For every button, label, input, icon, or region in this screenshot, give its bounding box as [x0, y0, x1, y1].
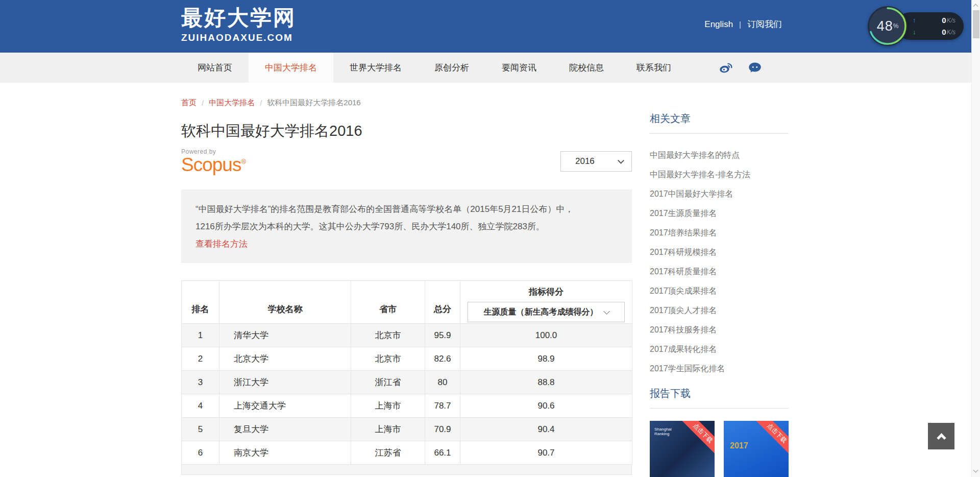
related-articles-list: 中国最好大学排名的特点中国最好大学排名-排名方法2017中国最好大学排名2017…	[650, 151, 789, 373]
nav-item-contact[interactable]: 联系我们	[620, 53, 688, 83]
indicator-dropdown-value: 生源质量（新生高考成绩得分）	[484, 307, 598, 318]
article-column: 软科中国最好大学排名2016 Powered by Scopus® 2016 “…	[181, 108, 632, 477]
subscribe-link[interactable]: 订阅我们	[747, 18, 782, 30]
cell-score: 78.7	[425, 394, 460, 418]
related-article-link[interactable]: 2017科研质量排名	[650, 267, 789, 276]
weibo-icon[interactable]	[717, 60, 733, 76]
nav-item-news[interactable]: 要闻资讯	[485, 53, 553, 83]
net-down-unit: K/s	[947, 29, 955, 36]
cell-indicator: 88.8	[460, 371, 632, 394]
download-ribbon: 点击下载	[752, 421, 789, 458]
cell-rank: 5	[182, 418, 219, 441]
intro-text-line2: 1216所办学层次为本科的大学。这其中公办大学793所、民办大学140所、独立学…	[195, 218, 618, 235]
back-to-top-button[interactable]	[928, 423, 954, 449]
cell-province: 江苏省	[351, 441, 425, 465]
speed-monitor-widget[interactable]: 48 % ↑0K/s↓0K/s	[868, 6, 964, 46]
related-article-link[interactable]: 2017培养结果排名	[650, 228, 789, 237]
scrollbar-thumb[interactable]	[973, 10, 979, 38]
cell-score: 80	[425, 371, 460, 394]
related-article-link[interactable]: 中国最好大学排名的特点	[650, 151, 789, 159]
nav-social-icons	[717, 53, 763, 83]
year-select-value: 2016	[575, 156, 595, 166]
cell-rank: 3	[182, 371, 219, 394]
cell-school: 北京大学	[219, 347, 351, 371]
nav-bar: 网站首页中国大学排名世界大学排名原创分析要闻资讯院校信息联系我们	[0, 53, 980, 83]
download-ribbon: 点击下载	[678, 421, 715, 458]
indicator-dropdown[interactable]: 生源质量（新生高考成绩得分）	[468, 302, 625, 322]
net-down-value: 0	[942, 28, 946, 36]
cell-score: 82.6	[425, 347, 460, 371]
table-row: 4上海交通大学上海市78.790.6	[182, 394, 632, 418]
report-thumb[interactable]: 2017点击下载	[724, 421, 789, 477]
divider	[650, 408, 789, 409]
cell-rank: 6	[182, 441, 219, 465]
nav-item-college-info[interactable]: 院校信息	[553, 53, 620, 83]
scopus-wordmark: Scopus	[181, 154, 241, 175]
nav-item-china-ranking[interactable]: 中国大学排名	[249, 53, 333, 83]
cell-school: 上海交通大学	[219, 394, 351, 418]
related-article-link[interactable]: 2017生源质量排名	[650, 209, 789, 218]
breadcrumb-link[interactable]: 中国大学排名	[209, 98, 255, 108]
related-article-link[interactable]: 2017顶尖人才排名	[650, 306, 789, 315]
brand-logo[interactable]: 最好大学网 ZUIHAODAXUE.COM	[181, 6, 296, 44]
nav-item-analysis[interactable]: 原创分析	[418, 53, 485, 83]
header-link-separator: |	[739, 20, 741, 29]
cell-school: 浙江大学	[219, 371, 351, 394]
related-article-link[interactable]: 2017科研规模排名	[650, 248, 789, 256]
nav-item-world-ranking[interactable]: 世界大学排名	[333, 53, 418, 83]
scopus-logo: Powered by Scopus®	[181, 149, 246, 174]
ranking-table: 排名 学校名称 省市 总分 指标得分 生源质量（新生高考成绩得分）	[181, 280, 632, 465]
cell-school: 南京大学	[219, 441, 351, 465]
content: 软科中国最好大学排名2016 Powered by Scopus® 2016 “…	[181, 108, 789, 477]
cell-score: 95.9	[425, 324, 460, 347]
speed-gauge: 48 %	[868, 6, 908, 46]
related-article-link[interactable]: 2017学生国际化排名	[650, 364, 789, 373]
related-article-link[interactable]: 2017科技服务排名	[650, 325, 789, 334]
page: 最好大学网 ZUIHAODAXUE.COM English | 订阅我们 48 …	[0, 0, 980, 477]
cell-score: 66.1	[425, 441, 460, 465]
report-cover-text: 2017	[730, 441, 748, 450]
scroll-up-arrow[interactable]	[974, 3, 978, 7]
chevron-down-icon	[603, 308, 610, 315]
chevron-down-icon	[618, 157, 624, 164]
scroll-down-arrow[interactable]	[974, 468, 978, 472]
breadcrumb-current: 软科中国最好大学排名2016	[267, 98, 360, 108]
related-article-link[interactable]: 2017中国最好大学排名	[650, 189, 789, 198]
net-up-value: 0	[942, 16, 946, 25]
english-link[interactable]: English	[704, 19, 733, 30]
header-bar: 最好大学网 ZUIHAODAXUE.COM English | 订阅我们	[0, 0, 980, 53]
breadcrumb-separator: /	[202, 99, 204, 107]
up-arrow-icon: ↑	[913, 16, 921, 24]
indicator-label: 指标得分	[460, 286, 632, 298]
nav-item-home[interactable]: 网站首页	[181, 53, 249, 83]
method-link[interactable]: 查看排名方法	[195, 235, 248, 253]
col-header-indicator: 指标得分 生源质量（新生高考成绩得分）	[460, 281, 632, 324]
cell-indicator: 100.0	[460, 324, 632, 347]
year-select[interactable]: 2016	[560, 151, 632, 172]
cell-province: 北京市	[351, 347, 425, 371]
cell-rank: 1	[182, 324, 219, 347]
col-header-school: 学校名称	[219, 281, 351, 324]
related-article-link[interactable]: 2017顶尖成果排名	[650, 287, 789, 295]
cell-indicator: 98.9	[460, 347, 632, 371]
header-links: English | 订阅我们	[704, 18, 782, 30]
next-row-clipped	[181, 465, 632, 475]
chevron-up-icon	[937, 433, 946, 442]
table-row: 5复旦大学上海市70.990.4	[182, 418, 632, 441]
breadcrumb-link[interactable]: 首页	[181, 98, 197, 108]
cell-indicator: 90.4	[460, 418, 632, 441]
cell-score: 70.9	[425, 418, 460, 441]
intro-box: “中国最好大学排名”的排名范围是教育部公布的全国普通高等学校名单（2015年5月…	[181, 189, 632, 263]
related-article-link[interactable]: 中国最好大学排名-排名方法	[650, 170, 789, 179]
breadcrumb-separator: /	[260, 99, 262, 107]
wechat-icon[interactable]	[747, 60, 763, 76]
cell-province: 上海市	[351, 394, 425, 418]
logo-subtitle: ZUIHAODAXUE.COM	[181, 32, 296, 44]
table-row: 3浙江大学浙江省8088.8	[182, 371, 632, 394]
cell-indicator: 90.6	[460, 394, 632, 418]
report-thumb[interactable]: Shanghai Ranking点击下载	[650, 421, 715, 477]
cell-rank: 4	[182, 394, 219, 418]
related-article-link[interactable]: 2017成果转化排名	[650, 345, 789, 353]
scrollbar[interactable]	[971, 0, 980, 477]
table-body: 1清华大学北京市95.9100.02北京大学北京市82.698.93浙江大学浙江…	[182, 324, 632, 465]
